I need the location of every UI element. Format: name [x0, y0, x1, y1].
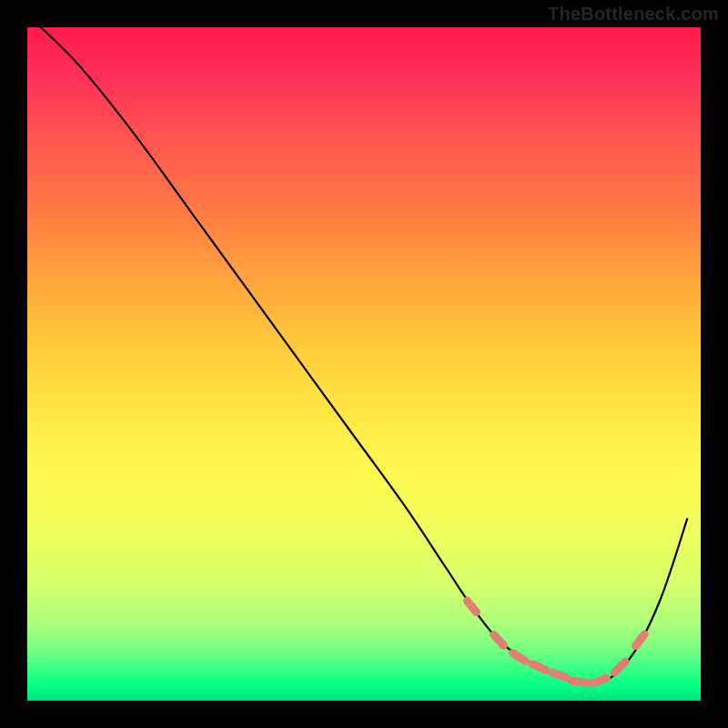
- highlight-dash: [467, 601, 476, 612]
- chart-svg: [27, 27, 701, 701]
- highlight-dash: [532, 664, 546, 671]
- highlight-dash: [615, 662, 625, 672]
- highlight-dash: [552, 672, 566, 678]
- chart-frame: TheBottleneck.com: [0, 0, 728, 728]
- bottleneck-curve: [41, 27, 687, 684]
- highlight-dash: [513, 653, 525, 662]
- highlight-dash-group: [467, 601, 644, 682]
- plot-area: [27, 27, 701, 701]
- highlight-dash: [593, 678, 607, 683]
- highlight-dash: [494, 635, 504, 646]
- highlight-dash: [636, 634, 645, 646]
- watermark-text: TheBottleneck.com: [548, 4, 719, 25]
- highlight-dash: [572, 681, 587, 682]
